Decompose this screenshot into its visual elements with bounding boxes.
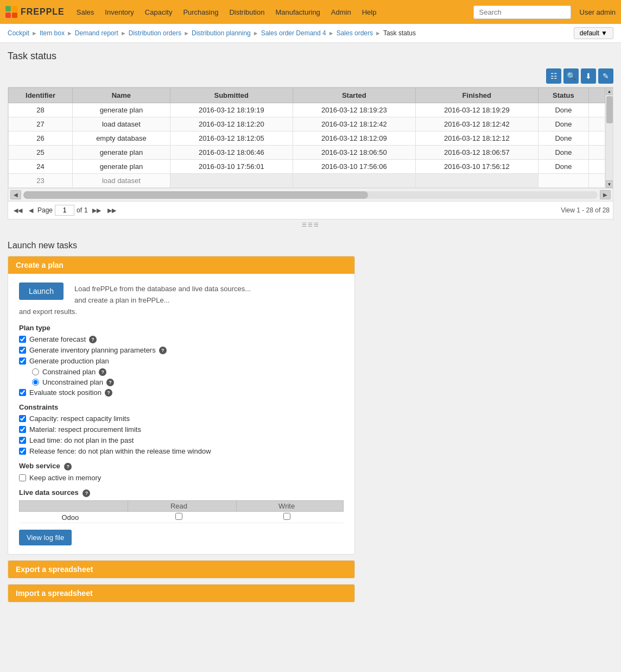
launch-description: Load frePPLe from the database and live … [19, 282, 344, 317]
leadtime-label: Lead time: do not plan in the past [29, 436, 134, 444]
capacity-label: Capacity: respect capacity limits [29, 414, 130, 423]
breadcrumb-cockpit[interactable]: Cockpit [8, 29, 29, 37]
download-button[interactable]: ⬇ [581, 68, 596, 84]
logo[interactable]: FREPPLE [5, 6, 65, 18]
capacity-checkbox[interactable] [19, 415, 26, 422]
import-spreadsheet-card: Import a spreadsheet [8, 584, 355, 602]
nav-inventory[interactable]: Inventory [100, 6, 138, 18]
breadcrumb-item-box[interactable]: Item box [40, 29, 65, 37]
v-scroll-thumb[interactable] [606, 96, 613, 123]
plan-type-label: Plan type [19, 324, 344, 332]
settings-button[interactable]: ✎ [598, 68, 613, 84]
v-scroll-down-button[interactable]: ▼ [606, 180, 613, 188]
h-scroll-thumb[interactable] [23, 191, 368, 199]
page-input[interactable]: 1 [55, 205, 74, 216]
web-service-help-icon[interactable]: ? [64, 463, 72, 470]
cell-finished: 2016-03-12 18:06:57 [415, 146, 538, 160]
cell-finished: 2016-03-12 18:12:12 [415, 131, 538, 146]
v-scroll-up-button[interactable]: ▲ [606, 87, 613, 95]
generate-inventory-checkbox[interactable] [19, 347, 26, 354]
capacity-constraint: Capacity: respect capacity limits [19, 414, 344, 423]
navbar: FREPPLE Sales Inventory Capacity Purchas… [0, 0, 621, 24]
cell-extra [589, 131, 605, 146]
table-row-partial: 23 load dataset [9, 174, 605, 188]
leadtime-checkbox[interactable] [19, 437, 26, 444]
launch-button[interactable]: Launch [19, 282, 64, 300]
plan-type-radio-group: Constrained plan ? Unconstrained plan ? [32, 368, 344, 386]
next-page-button[interactable]: ▶▶ [90, 206, 103, 215]
page-label: Page [37, 206, 53, 214]
cell-status: Done [538, 160, 588, 174]
constrained-plan-radio[interactable] [32, 368, 39, 375]
table-row: 25 generate plan 2016-03-12 18:06:46 201… [9, 146, 605, 160]
h-scroll-track[interactable] [23, 191, 598, 199]
nav-sales[interactable]: Sales [72, 6, 99, 18]
partial-finished [415, 174, 538, 188]
search-input[interactable] [473, 5, 571, 19]
prev-page-button[interactable]: ◀ [27, 206, 35, 215]
breadcrumb-sales-orders[interactable]: Sales orders [337, 29, 373, 37]
generate-production-checkbox[interactable] [19, 357, 26, 365]
logo-sq-red [5, 12, 11, 18]
nav-admin[interactable]: Admin [327, 6, 356, 18]
unconstrained-plan-radio[interactable] [32, 379, 39, 386]
launch-section-title: Launch new tasks [8, 241, 613, 250]
unconstrained-plan-label: Unconstrained plan [42, 378, 103, 386]
partial-name: load dataset [73, 174, 170, 188]
odoo-write-checkbox[interactable] [283, 513, 290, 520]
odoo-read-checkbox[interactable] [175, 513, 182, 520]
cell-id: 26 [9, 131, 73, 146]
cell-status: Done [538, 146, 588, 160]
constrained-plan-option: Constrained plan ? [32, 368, 344, 376]
nav-manufacturing[interactable]: Manufacturing [271, 6, 324, 18]
generate-forecast-help-icon[interactable]: ? [89, 336, 97, 343]
logo-squares [5, 6, 17, 18]
nav-distribution[interactable]: Distribution [225, 6, 269, 18]
unconstrained-plan-help-icon[interactable]: ? [106, 379, 114, 386]
cell-name: generate plan [73, 146, 170, 160]
launch-section: Launch new tasks Create a plan Launch Lo… [8, 241, 613, 602]
partial-submitted [170, 174, 293, 188]
pagination: ◀◀ ◀ Page 1 of 1 ▶▶ ▶▶ View 1 - 28 of 28 [8, 201, 613, 219]
live-data-help-icon[interactable]: ? [83, 489, 90, 497]
nav-capacity[interactable]: Capacity [141, 6, 177, 18]
user-menu[interactable]: User admin [580, 8, 616, 16]
cell-name: empty database [73, 131, 170, 146]
default-scenario-button[interactable]: default ▼ [574, 27, 613, 39]
search-button[interactable]: 🔍 [563, 68, 579, 84]
logo-sq-green [5, 6, 11, 11]
nav-help[interactable]: Help [358, 6, 381, 18]
grid-view-button[interactable]: ☷ [546, 68, 561, 84]
material-checkbox[interactable] [19, 426, 26, 433]
releasefence-checkbox[interactable] [19, 448, 26, 455]
nav-purchasing[interactable]: Purchasing [179, 6, 223, 18]
evaluate-stock-checkbox[interactable] [19, 389, 26, 396]
cell-id: 24 [9, 160, 73, 174]
h-scroll-left-button[interactable]: ◀ [10, 190, 21, 199]
sep4: ► [183, 30, 189, 36]
cell-finished: 2016-03-12 18:12:42 [415, 117, 538, 131]
resize-handle[interactable]: ☰☰☰ [8, 219, 613, 230]
h-scroll-right-button[interactable]: ▶ [600, 190, 611, 199]
generate-inventory-help-icon[interactable]: ? [159, 347, 167, 354]
evaluate-stock-help-icon[interactable]: ? [105, 389, 112, 397]
breadcrumb-sales-order-demand4[interactable]: Sales order Demand 4 [261, 29, 326, 37]
logo-text: FREPPLE [21, 7, 65, 17]
breadcrumb-demand-report[interactable]: Demand report [75, 29, 118, 37]
cell-submitted: 2016-03-10 17:56:01 [170, 160, 293, 174]
view-log-button[interactable]: View log file [19, 530, 72, 545]
unconstrained-plan-option: Unconstrained plan ? [32, 378, 344, 386]
first-page-button[interactable]: ◀◀ [11, 206, 24, 215]
cell-id: 27 [9, 117, 73, 131]
odoo-name: Odoo [20, 512, 128, 523]
logo-sq-orange [12, 6, 17, 11]
last-page-button[interactable]: ▶▶ [105, 206, 118, 215]
toolbar: ☷ 🔍 ⬇ ✎ [8, 68, 613, 84]
constrained-plan-help-icon[interactable]: ? [99, 368, 106, 376]
breadcrumb-distribution-planning[interactable]: Distribution planning [192, 29, 251, 37]
generate-forecast-checkbox[interactable] [19, 336, 26, 343]
sep6: ► [328, 30, 334, 36]
keep-active-checkbox[interactable] [19, 474, 26, 481]
generate-inventory-option: Generate inventory planning parameters ? [19, 346, 344, 354]
breadcrumb-distribution-orders[interactable]: Distribution orders [129, 29, 181, 37]
